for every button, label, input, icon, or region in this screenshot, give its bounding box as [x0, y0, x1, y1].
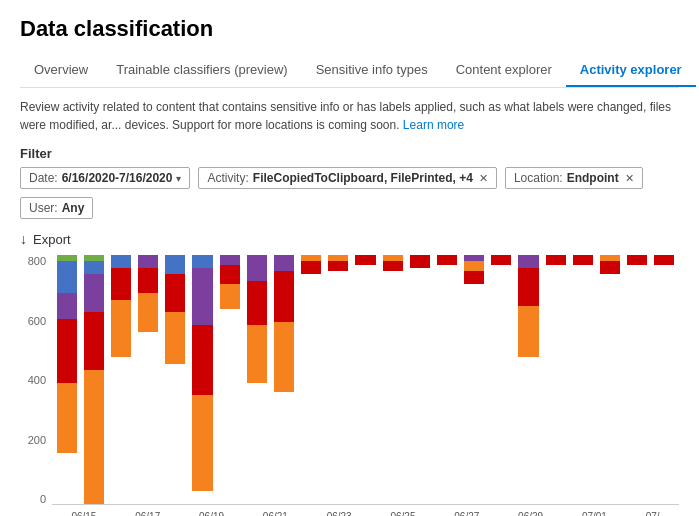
bar-group: [597, 255, 622, 504]
bar-segment: [111, 268, 131, 300]
bar-segment: [437, 255, 457, 265]
tab-bar: Overview Trainable classifiers (preview)…: [20, 54, 679, 88]
bar-group: [54, 255, 79, 504]
bar-group: [163, 255, 188, 504]
bar-group: [462, 255, 487, 504]
tab-trainable[interactable]: Trainable classifiers (preview): [102, 54, 301, 87]
bar-segment: [138, 255, 158, 268]
bar-group: [353, 255, 378, 504]
bar-group: [380, 255, 405, 504]
bar-segment: [247, 281, 267, 326]
bar-segment: [491, 255, 511, 265]
bar-group: [190, 255, 215, 504]
bar-segment: [518, 306, 538, 357]
x-axis-label: 06/21: [263, 511, 288, 516]
bar-group: [543, 255, 568, 504]
x-axis-label: 06/27: [454, 511, 479, 516]
bar-group: [244, 255, 269, 504]
bar-group: [489, 255, 514, 504]
bar-segment: [274, 322, 294, 392]
bar-segment: [220, 255, 240, 265]
bar-segment: [192, 325, 212, 395]
bar-segment: [84, 261, 104, 274]
bar-segment: [627, 255, 647, 265]
y-axis: 800 600 400 200 0: [20, 255, 50, 505]
bar-segment: [111, 255, 131, 268]
filter-location[interactable]: Location: Endpoint ✕: [505, 167, 643, 189]
description-text: Review activity related to content that …: [20, 98, 679, 134]
bar-segment: [57, 261, 77, 293]
bar-segment: [464, 271, 484, 284]
bar-segment: [328, 261, 348, 271]
bar-group: [217, 255, 242, 504]
bar-group: [434, 255, 459, 504]
bar-segment: [165, 312, 185, 363]
chevron-down-icon: ▾: [176, 173, 181, 184]
bar-segment: [355, 255, 375, 265]
page-title: Data classification: [20, 16, 679, 42]
x-axis-label: 06/17: [135, 511, 160, 516]
close-icon[interactable]: ✕: [479, 172, 488, 185]
bar-segment: [546, 255, 566, 265]
export-button[interactable]: ↓ Export: [20, 231, 679, 247]
bar-segment: [138, 268, 158, 294]
bar-segment: [138, 293, 158, 331]
x-axis-label: 06/25: [390, 511, 415, 516]
bar-segment: [247, 255, 267, 281]
bar-segment: [192, 395, 212, 491]
bar-group: [326, 255, 351, 504]
bar-segment: [247, 325, 267, 382]
x-axis-label: 06/19: [199, 511, 224, 516]
bar-segment: [518, 255, 538, 268]
bar-group: [407, 255, 432, 504]
tab-activity[interactable]: Activity explorer: [566, 54, 696, 87]
x-axis-label: 07/01: [582, 511, 607, 516]
bar-segment: [464, 261, 484, 271]
bar-segment: [274, 255, 294, 271]
bar-segment: [274, 271, 294, 322]
chart-area: 800 600 400 200 0 06/1506/1706/1906/2106…: [20, 255, 679, 516]
bar-group: [570, 255, 595, 504]
bar-segment: [192, 268, 212, 325]
bar-segment: [654, 255, 674, 265]
bar-segment: [84, 312, 104, 369]
bar-group: [108, 255, 133, 504]
x-axis-label: 06/23: [327, 511, 352, 516]
bar-segment: [84, 274, 104, 312]
close-icon[interactable]: ✕: [625, 172, 634, 185]
bar-group: [625, 255, 650, 504]
x-axis-label: 07/: [646, 511, 660, 516]
bar-group: [271, 255, 296, 504]
x-axis: 06/1506/1706/1906/2106/2306/2506/2706/29…: [52, 507, 679, 516]
bar-segment: [57, 319, 77, 383]
bar-segment: [84, 370, 104, 504]
bar-segment: [518, 268, 538, 306]
filter-label: Filter: [20, 146, 679, 161]
chart-plot: [52, 255, 679, 505]
bar-segment: [410, 255, 430, 268]
tab-sensitive[interactable]: Sensitive info types: [302, 54, 442, 87]
bar-segment: [165, 274, 185, 312]
bar-segment: [57, 293, 77, 319]
tab-content[interactable]: Content explorer: [442, 54, 566, 87]
tab-overview[interactable]: Overview: [20, 54, 102, 87]
bar-segment: [301, 261, 321, 274]
bar-segment: [383, 261, 403, 271]
filter-date[interactable]: Date: 6/16/2020-7/16/2020 ▾: [20, 167, 190, 189]
bar-segment: [220, 265, 240, 284]
bar-segment: [600, 261, 620, 274]
bar-segment: [192, 255, 212, 268]
bar-group: [516, 255, 541, 504]
x-axis-label: 06/29: [518, 511, 543, 516]
bar-segment: [573, 255, 593, 265]
bar-segment: [57, 383, 77, 453]
bar-segment: [220, 284, 240, 310]
bar-group: [299, 255, 324, 504]
bar-group: [81, 255, 106, 504]
bar-group: [652, 255, 677, 504]
filter-user[interactable]: User: Any: [20, 197, 93, 219]
download-icon: ↓: [20, 231, 27, 247]
learn-more-link[interactable]: Learn more: [403, 118, 464, 132]
bar-segment: [111, 300, 131, 357]
filter-activity[interactable]: Activity: FileCopiedToClipboard, FilePri…: [198, 167, 496, 189]
